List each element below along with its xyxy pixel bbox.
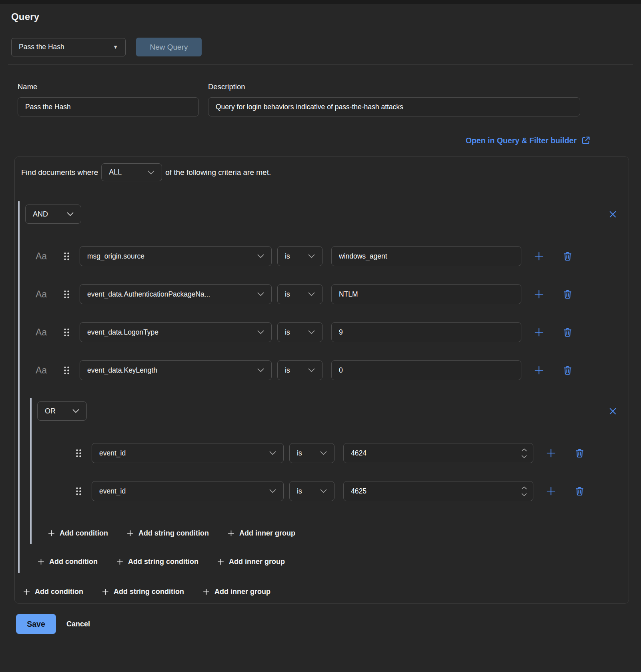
case-sensitivity-icon[interactable]: Aa [36, 251, 50, 262]
drag-handle-icon[interactable] [75, 449, 82, 458]
plus-icon [533, 251, 545, 262]
group-operator-select[interactable]: AND [25, 205, 81, 224]
value-input[interactable] [331, 322, 521, 342]
field-select[interactable]: event_data.KeyLength [80, 360, 272, 380]
field-select[interactable]: event_data.AuthenticationPackageNa... [80, 284, 272, 304]
description-input[interactable] [208, 97, 580, 116]
field-select-value: event_data.AuthenticationPackageNa... [87, 290, 210, 299]
add-string-condition-link[interactable]: Add string condition [102, 588, 184, 596]
drag-handle-icon[interactable] [63, 366, 70, 375]
delete-condition-button[interactable] [574, 486, 585, 497]
external-link-icon [581, 136, 591, 145]
remove-group-button[interactable] [608, 210, 617, 219]
new-query-button[interactable]: New Query [136, 38, 202, 56]
add-condition-link[interactable]: Add condition [23, 588, 83, 596]
form-actions: Save Cancel [16, 614, 629, 634]
drag-handle-icon[interactable] [63, 252, 70, 261]
page-title: Query [11, 11, 629, 22]
add-inner-group-link[interactable]: Add inner group [202, 588, 270, 596]
add-sibling-condition-button[interactable] [545, 447, 557, 459]
save-button[interactable]: Save [16, 614, 56, 634]
spinner-down-icon[interactable] [521, 455, 527, 458]
add-condition-link[interactable]: Add condition [48, 529, 108, 538]
condition-row: Aa msg_origin.source is [36, 246, 624, 266]
operator-select-value: is [285, 290, 290, 299]
add-sibling-condition-button[interactable] [533, 251, 545, 262]
add-sibling-condition-button[interactable] [533, 327, 545, 338]
operator-select-value: is [297, 487, 302, 495]
delete-condition-button[interactable] [562, 365, 573, 376]
name-input[interactable] [18, 97, 199, 116]
delete-condition-button[interactable] [562, 289, 573, 300]
find-documents-row: Find documents where ALL of the followin… [18, 163, 624, 181]
group-operator-select[interactable]: OR [37, 401, 87, 421]
row-divider [55, 251, 55, 261]
chevron-down-icon [148, 171, 154, 175]
case-sensitivity-icon[interactable]: Aa [36, 327, 50, 338]
drag-dots-icon [75, 487, 82, 496]
chevron-down-icon [269, 451, 276, 455]
add-sibling-condition-button[interactable] [533, 289, 545, 300]
delete-condition-button[interactable] [562, 327, 573, 338]
spinner-up-icon[interactable] [521, 486, 527, 489]
operator-select[interactable]: is [277, 246, 323, 266]
plus-icon [126, 530, 134, 537]
close-icon [608, 210, 617, 219]
plus-icon [227, 530, 235, 537]
drag-dots-icon [75, 449, 82, 458]
operator-select[interactable]: is [277, 360, 323, 380]
operator-select-value: is [285, 252, 290, 261]
condition-row: Aa event_id is [48, 481, 624, 501]
case-sensitivity-icon[interactable]: Aa [36, 289, 50, 300]
value-input[interactable] [331, 360, 521, 380]
value-field-wrap [343, 481, 533, 501]
row-divider [55, 289, 55, 299]
field-select[interactable]: event_id [92, 443, 284, 463]
add-inner-group-link[interactable]: Add inner group [217, 558, 285, 566]
match-operator-select[interactable]: ALL [101, 163, 162, 181]
row-divider [55, 365, 55, 375]
saved-query-select[interactable]: Pass the Hash ▼ [11, 38, 126, 56]
cancel-button[interactable]: Cancel [66, 620, 90, 628]
chevron-down-icon [308, 292, 315, 296]
remove-group-button[interactable] [608, 407, 617, 416]
spinner-down-icon[interactable] [521, 493, 527, 496]
drag-handle-icon[interactable] [75, 487, 82, 496]
value-input[interactable] [331, 246, 521, 266]
add-inner-group-link[interactable]: Add inner group [227, 529, 295, 538]
field-select[interactable]: event_data.LogonType [80, 322, 272, 342]
chevron-down-icon [67, 212, 74, 216]
case-sensitivity-icon[interactable]: Aa [36, 365, 50, 376]
add-condition-link[interactable]: Add condition [37, 558, 98, 566]
condition-group-or: OR Aa [30, 398, 624, 544]
operator-select[interactable]: is [277, 284, 323, 304]
field-select-value: event_data.LogonType [87, 328, 158, 337]
value-input[interactable] [343, 481, 533, 501]
query-editor-page: Query Pass the Hash ▼ New Query Name Des… [0, 0, 641, 634]
field-select[interactable]: event_id [92, 481, 284, 501]
operator-select[interactable]: is [289, 443, 335, 463]
delete-condition-button[interactable] [574, 448, 585, 459]
or-group-header: OR [37, 401, 621, 421]
field-select[interactable]: msg_origin.source [80, 246, 272, 266]
and-group-rows: Aa msg_origin.source is [25, 246, 624, 380]
drag-handle-icon[interactable] [63, 328, 70, 337]
group-operator-value: OR [45, 407, 56, 415]
value-input[interactable] [331, 284, 521, 304]
drag-handle-icon[interactable] [63, 290, 70, 299]
description-field-block: Description [208, 82, 580, 116]
value-input[interactable] [343, 443, 533, 463]
saved-query-select-value: Pass the Hash [19, 43, 64, 51]
spinner-up-icon[interactable] [521, 448, 527, 451]
open-query-filter-builder-link[interactable]: Open in Query & Filter builder [466, 136, 591, 145]
value-field-wrap [331, 284, 521, 304]
operator-select[interactable]: is [289, 481, 335, 501]
plus-icon [102, 588, 109, 596]
operator-select[interactable]: is [277, 322, 323, 342]
and-group-header: AND [25, 205, 621, 224]
delete-condition-button[interactable] [562, 251, 573, 262]
add-sibling-condition-button[interactable] [533, 365, 545, 376]
add-string-condition-link[interactable]: Add string condition [126, 529, 209, 538]
add-sibling-condition-button[interactable] [545, 485, 557, 497]
add-string-condition-link[interactable]: Add string condition [116, 558, 198, 566]
